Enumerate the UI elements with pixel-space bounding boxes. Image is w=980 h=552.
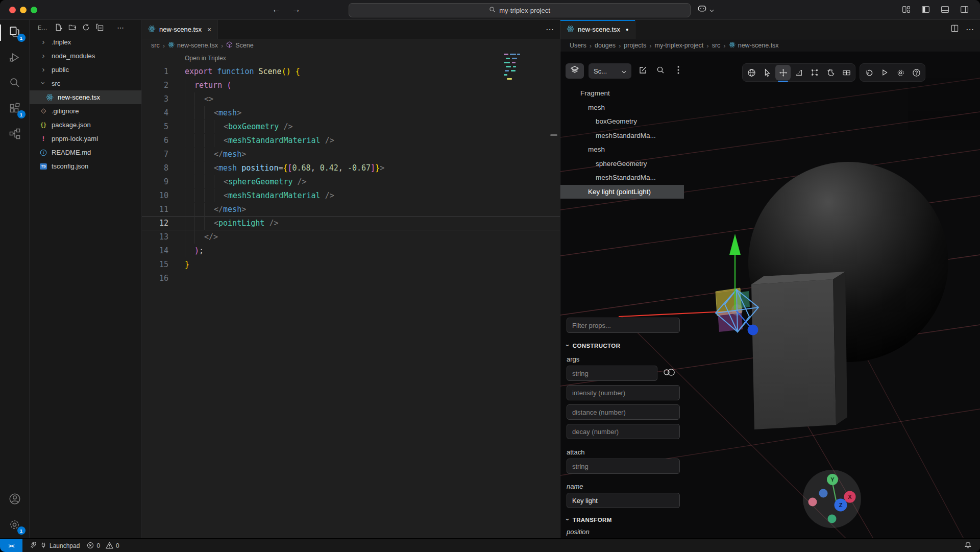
code-line[interactable]: 11</mesh> (142, 203, 560, 217)
code-line[interactable]: 13</> (142, 230, 560, 244)
file-row[interactable]: README.md (30, 146, 141, 159)
transform-section-header[interactable]: › TRANSFORM (567, 516, 680, 523)
undo-button[interactable] (861, 65, 876, 80)
code-line[interactable]: 12<pointLight /> (142, 217, 560, 230)
file-row[interactable]: ›src (30, 77, 141, 90)
remote-indicator[interactable]: >< (0, 539, 22, 552)
world-space-tool[interactable] (744, 65, 759, 80)
editor-more-actions[interactable]: ⋯ (546, 25, 554, 34)
editor-sash-handle[interactable] (550, 134, 557, 136)
split-editor-icon[interactable] (951, 25, 959, 34)
notifications-bell[interactable] (964, 539, 972, 552)
attach-input[interactable] (567, 459, 680, 474)
file-row[interactable]: ›node_modules (30, 49, 141, 63)
minimap[interactable] (497, 52, 527, 108)
scene-tree-row[interactable]: Key light (pointLight) (560, 185, 684, 199)
problems-item[interactable]: 0 0 (87, 542, 119, 550)
edit-scene-button[interactable] (636, 63, 649, 79)
settings-button[interactable]: 1 (0, 513, 30, 538)
scale-tool[interactable] (791, 65, 806, 80)
back-button[interactable]: ← (272, 5, 281, 15)
explorer-more-actions[interactable]: ⋯ (117, 23, 124, 32)
grid-tool[interactable] (839, 65, 854, 80)
transform-tool[interactable] (807, 65, 822, 80)
code-line[interactable]: 6<meshStandardMaterial /> (142, 134, 560, 148)
toggle-primary-sidebar-icon[interactable] (921, 5, 930, 14)
scene-tree-row[interactable]: Fragment (560, 86, 684, 101)
breadcrumb-symbol[interactable]: Scene (226, 41, 253, 50)
triplex-more-actions[interactable]: ⋯ (966, 25, 974, 34)
new-file-icon[interactable] (55, 23, 62, 32)
file-row[interactable]: !pnpm-lock.yaml (30, 132, 141, 146)
close-tab-icon[interactable]: × (207, 26, 211, 34)
breadcrumb-file[interactable]: new-scene.tsx (168, 41, 218, 50)
breadcrumb-users[interactable]: Users (570, 42, 586, 49)
scene-tree-row[interactable]: sphereGeometry (560, 157, 684, 171)
code-line[interactable]: 7</mesh> (142, 148, 560, 161)
breadcrumb-douges[interactable]: douges (595, 42, 616, 49)
file-row[interactable]: ›.triplex (30, 35, 141, 49)
code-line[interactable]: 15} (142, 258, 560, 272)
sidebar-item-explorer[interactable]: 1 (0, 20, 30, 45)
launchpad-item[interactable]: Launchpad (30, 541, 80, 550)
new-folder-icon[interactable] (68, 23, 76, 32)
select-tool[interactable] (760, 65, 775, 80)
settings-button[interactable] (893, 65, 908, 80)
file-row[interactable]: {}package.json (30, 118, 141, 132)
close-window-button[interactable] (9, 7, 16, 13)
toggle-type-icon[interactable] (663, 368, 676, 378)
breadcrumb-src[interactable]: src (151, 42, 160, 49)
command-center-search[interactable]: my-triplex-project (349, 3, 691, 17)
axis-neg-x-ball[interactable] (808, 498, 817, 507)
code-line[interactable]: 4<mesh> (142, 106, 560, 120)
night-lighting-tool[interactable] (823, 65, 838, 80)
breadcrumb-project[interactable]: my-triplex-project (654, 42, 703, 49)
arg-intensity-input[interactable] (567, 385, 680, 400)
breadcrumb-src[interactable]: src (712, 42, 721, 49)
scene-tree-row[interactable]: meshStandardMa... (560, 129, 684, 143)
scene-tree-row[interactable]: mesh (560, 101, 684, 115)
file-row[interactable]: TStsconfig.json (30, 159, 141, 173)
scene-more-actions[interactable] (672, 63, 685, 79)
filter-props-input[interactable] (567, 318, 680, 333)
copilot-menu[interactable] (697, 4, 714, 15)
customize-layout-icon[interactable] (902, 5, 911, 14)
sidebar-item-search[interactable] (0, 71, 30, 97)
constructor-section-header[interactable]: › CONSTRUCTOR (567, 342, 680, 349)
search-scene-button[interactable] (654, 63, 667, 79)
scene-tree-row[interactable]: meshStandardMa... (560, 171, 684, 185)
box-mesh[interactable] (751, 272, 847, 429)
tab-new-scene[interactable]: new-scene.tsx × (142, 20, 218, 39)
code-line[interactable]: 10<meshStandardMaterial /> (142, 189, 560, 203)
code-line[interactable]: 14); (142, 244, 560, 258)
translate-tool[interactable] (775, 65, 791, 80)
collapse-all-icon[interactable] (96, 23, 104, 32)
refresh-icon[interactable] (82, 23, 90, 32)
axis-neg-y-ball[interactable] (828, 515, 837, 523)
arg-distance-input[interactable] (567, 404, 680, 420)
arg-decay-input[interactable] (567, 424, 680, 439)
sidebar-item-extensions[interactable]: 1 (0, 97, 30, 122)
code-line[interactable]: 9<sphereGeometry /> (142, 175, 560, 189)
orientation-gizmo[interactable]: Y X Z (803, 470, 861, 528)
scene-panel-button[interactable] (566, 63, 584, 79)
sidebar-item-run-debug[interactable] (0, 45, 30, 71)
scene-selector-dropdown[interactable]: Sc... (589, 63, 631, 79)
code-line[interactable]: 5<boxGeometry /> (142, 120, 560, 134)
toggle-panel-icon[interactable] (941, 5, 949, 14)
file-row[interactable]: .gitignore (30, 104, 141, 118)
axis-neg-z-ball[interactable] (819, 489, 828, 498)
scene-tree-row[interactable]: mesh (560, 142, 684, 157)
accounts-button[interactable] (0, 487, 30, 513)
tab-triplex-new-scene[interactable]: new-scene.tsx ● (560, 20, 635, 39)
forward-button[interactable]: → (292, 5, 301, 15)
file-row[interactable]: ›public (30, 63, 141, 77)
toggle-secondary-sidebar-icon[interactable] (960, 5, 969, 14)
arg-string-input[interactable] (567, 366, 657, 381)
minimize-window-button[interactable] (20, 7, 27, 13)
play-button[interactable] (877, 65, 892, 80)
breadcrumb-projects[interactable]: projects (624, 42, 646, 49)
code-line[interactable]: 16 (142, 272, 560, 285)
breadcrumb-file[interactable]: new-scene.tsx (729, 41, 779, 50)
help-button[interactable] (909, 65, 924, 80)
